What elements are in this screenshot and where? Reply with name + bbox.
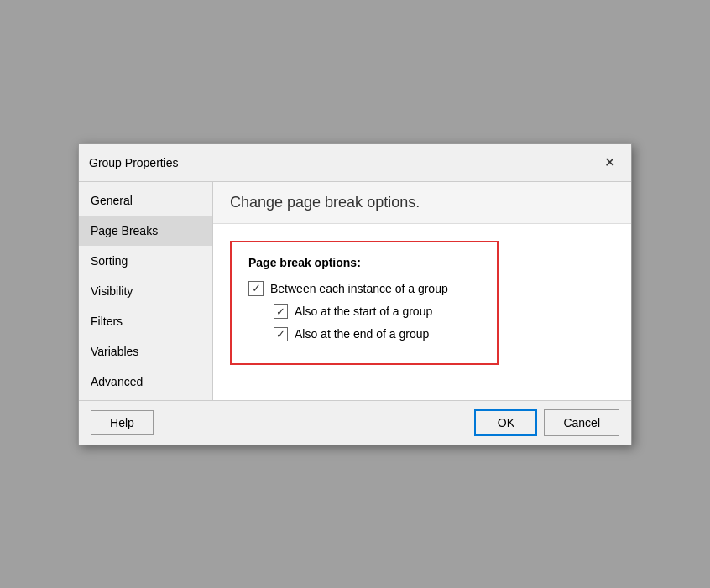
checkbox-label-start-of-group: Also at the start of a group — [295, 304, 432, 318]
content-area: Change page break options. Page break op… — [213, 182, 631, 400]
sidebar-item-general[interactable]: General — [79, 185, 212, 216]
close-button[interactable]: ✕ — [598, 151, 621, 174]
group-properties-dialog: Group Properties ✕ General Page Breaks S… — [78, 143, 632, 445]
ok-button[interactable]: OK — [474, 409, 537, 436]
footer-right: OK Cancel — [474, 409, 619, 436]
content-title: Change page break options. — [230, 194, 614, 211]
sidebar-item-visibility[interactable]: Visibility — [79, 276, 212, 306]
checkbox-start-of-group[interactable]: ✓ — [274, 304, 288, 319]
dialog-footer: Help OK Cancel — [79, 400, 631, 445]
content-header: Change page break options. — [213, 182, 631, 224]
cancel-button[interactable]: Cancel — [544, 409, 619, 436]
checkmark-start-of-group: ✓ — [276, 306, 285, 317]
dialog-title: Group Properties — [89, 156, 179, 169]
content-body: Page break options: ✓ Between each insta… — [213, 224, 631, 400]
title-bar: Group Properties ✕ — [79, 144, 631, 182]
checkbox-label-end-of-group: Also at the end of a group — [295, 327, 429, 341]
checkbox-row-end-of-group: ✓ Also at the end of a group — [274, 327, 480, 341]
options-box-title: Page break options: — [248, 256, 480, 269]
footer-left: Help — [91, 410, 154, 435]
checkbox-label-between-each: Between each instance of a group — [270, 282, 448, 295]
sidebar-item-advanced[interactable]: Advanced — [79, 367, 212, 397]
sidebar-item-filters[interactable]: Filters — [79, 306, 212, 336]
sidebar: General Page Breaks Sorting Visibility F… — [79, 182, 213, 400]
sidebar-item-variables[interactable]: Variables — [79, 336, 212, 367]
checkbox-between-each[interactable]: ✓ — [248, 281, 264, 296]
sidebar-item-sorting[interactable]: Sorting — [79, 246, 212, 276]
checkbox-row-between-each: ✓ Between each instance of a group — [248, 281, 480, 296]
page-break-options-box: Page break options: ✓ Between each insta… — [230, 241, 499, 365]
dialog-body: General Page Breaks Sorting Visibility F… — [79, 182, 631, 400]
checkmark-end-of-group: ✓ — [276, 329, 285, 340]
sidebar-item-page-breaks[interactable]: Page Breaks — [79, 216, 212, 246]
help-button[interactable]: Help — [91, 410, 154, 435]
checkbox-end-of-group[interactable]: ✓ — [274, 327, 288, 341]
checkmark-between-each: ✓ — [252, 283, 261, 294]
checkbox-row-start-of-group: ✓ Also at the start of a group — [274, 304, 480, 319]
